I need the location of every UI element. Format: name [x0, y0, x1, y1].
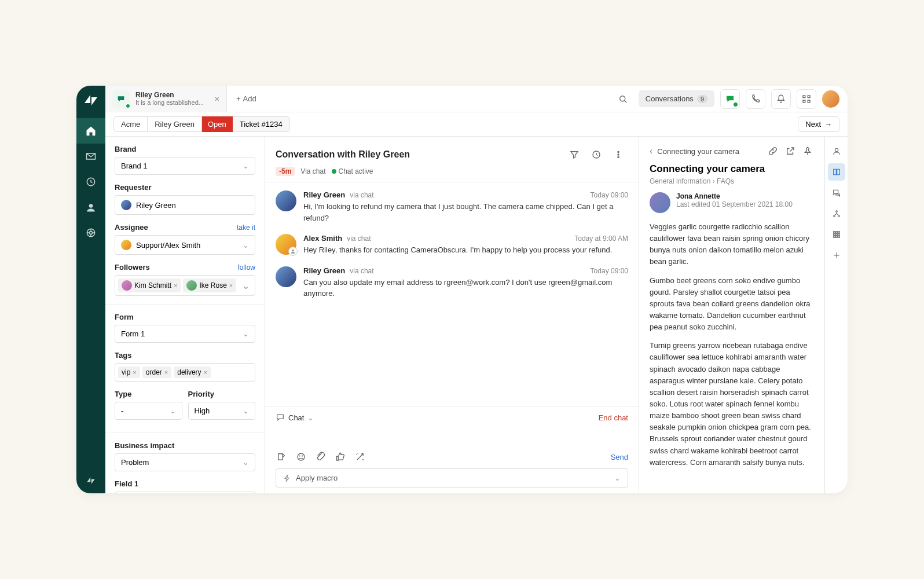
- svg-point-3: [89, 204, 93, 208]
- svg-point-21: [835, 148, 838, 151]
- author-avatar: [650, 192, 670, 213]
- emoji-icon[interactable]: [295, 451, 307, 463]
- back-icon[interactable]: ‹: [650, 146, 652, 156]
- chevron-down-icon: ⌄: [170, 406, 176, 415]
- svg-rect-12: [808, 100, 810, 102]
- message: Riley Green via chat Today 09:00 Hi, I'm…: [276, 190, 628, 223]
- apps-grid-icon[interactable]: [797, 89, 816, 109]
- nav-zendesk-icon[interactable]: [76, 468, 105, 493]
- end-chat-button[interactable]: End chat: [599, 413, 628, 422]
- attachment-icon[interactable]: [315, 451, 327, 463]
- top-bar: Riley Green It is a long established... …: [105, 86, 848, 112]
- chevron-down-icon: ⌄: [243, 162, 249, 170]
- filter-icon[interactable]: [564, 145, 584, 164]
- external-link-icon[interactable]: [784, 145, 797, 157]
- nav-help-icon[interactable]: [76, 220, 105, 245]
- svg-rect-33: [838, 236, 839, 238]
- message-via: via chat: [347, 234, 371, 243]
- chat-icon: [112, 90, 130, 108]
- pin-icon[interactable]: [801, 145, 814, 157]
- conversations-button[interactable]: Conversations 9: [639, 90, 714, 107]
- tag-chip: order×: [142, 367, 171, 378]
- requester-select[interactable]: Riley Green: [115, 195, 255, 215]
- remove-icon[interactable]: ×: [164, 369, 168, 376]
- history-icon[interactable]: [586, 145, 606, 164]
- chat-status-indicator[interactable]: [720, 89, 740, 109]
- svg-rect-26: [835, 232, 837, 233]
- message-time: Today at 9:00 AM: [574, 234, 628, 243]
- composer: Chat ⌄ End chat Send: [265, 406, 639, 493]
- magic-wand-icon[interactable]: [354, 451, 366, 463]
- follow-link[interactable]: follow: [237, 263, 255, 272]
- follower-chip: Ike Rose×: [183, 278, 236, 292]
- business-impact-select[interactable]: Problem⌄: [115, 453, 255, 471]
- svg-marker-0: [85, 95, 90, 103]
- take-it-link[interactable]: take it: [237, 223, 255, 232]
- link-icon[interactable]: [767, 145, 779, 157]
- svg-point-23: [833, 215, 835, 217]
- breadcrumb-requester[interactable]: Riley Green: [148, 116, 202, 132]
- remove-icon[interactable]: ×: [204, 369, 207, 376]
- svg-rect-10: [808, 96, 810, 98]
- remove-icon[interactable]: ×: [174, 282, 177, 289]
- bell-icon[interactable]: [771, 89, 791, 109]
- form-label: Form: [115, 313, 255, 321]
- field1-select[interactable]: -⌄: [115, 492, 255, 493]
- via-label: Via chat: [300, 167, 325, 175]
- more-icon[interactable]: [608, 145, 628, 164]
- followers-input[interactable]: Kim Schmitt× Ike Rose× ⌄: [115, 275, 255, 296]
- remove-icon[interactable]: ×: [133, 369, 136, 376]
- context-hierarchy-icon[interactable]: [828, 205, 845, 222]
- text-format-icon[interactable]: [276, 451, 287, 463]
- chat-online-dot: [734, 102, 738, 107]
- thumbs-up-icon[interactable]: [335, 451, 346, 463]
- brand-select[interactable]: Brand 1⌄: [115, 157, 255, 175]
- form-select[interactable]: Form 1⌄: [115, 325, 255, 343]
- message-author: Alex Smith: [303, 234, 342, 243]
- close-icon[interactable]: ×: [215, 94, 219, 104]
- svg-marker-6: [87, 477, 90, 482]
- breadcrumb-org[interactable]: Acme: [113, 116, 148, 132]
- message-text: Hi, I'm looking to refund my camera that…: [303, 201, 628, 223]
- search-icon[interactable]: [613, 89, 633, 109]
- svg-rect-27: [838, 232, 839, 233]
- context-apps-icon[interactable]: [828, 226, 845, 243]
- assignee-label: Assignee: [115, 223, 148, 232]
- business-impact-label: Business impact: [115, 441, 255, 450]
- message-time: Today 09:00: [591, 191, 628, 199]
- chevron-down-icon: ⌄: [243, 241, 249, 250]
- user-avatar[interactable]: [822, 90, 839, 108]
- context-chat-icon[interactable]: [828, 184, 845, 201]
- phone-icon[interactable]: [746, 89, 765, 109]
- assignee-select[interactable]: Support/Alex Smith⌄: [115, 235, 255, 255]
- nav-clock-icon[interactable]: [76, 169, 105, 195]
- breadcrumb-bar: Acme Riley Green Open Ticket #1234 Next …: [105, 112, 848, 137]
- channel-selector[interactable]: Chat ⌄: [276, 413, 314, 422]
- apply-macro-button[interactable]: Apply macro ⌄: [276, 468, 628, 488]
- nav-home-icon[interactable]: [76, 118, 105, 144]
- remove-icon[interactable]: ×: [229, 282, 233, 289]
- nav-mail-icon[interactable]: [76, 144, 105, 169]
- ticket-tab[interactable]: Riley Green It is a long established... …: [105, 86, 227, 112]
- add-tab-button[interactable]: +Add: [227, 94, 266, 103]
- edited-date: Last edited 01 September 2021 18:00: [676, 200, 793, 208]
- message-via: via chat: [350, 267, 373, 275]
- type-select[interactable]: -⌄: [115, 402, 182, 420]
- next-button[interactable]: Next →: [798, 116, 839, 132]
- svg-point-16: [618, 156, 619, 157]
- svg-rect-29: [835, 234, 837, 236]
- tags-input[interactable]: vip× order× delivery×: [115, 363, 255, 382]
- nav-user-icon[interactable]: [76, 195, 105, 220]
- ticket-form-panel: Brand Brand 1⌄ Requester Riley Green Ass…: [105, 137, 265, 493]
- article-body: Veggies garlic courgette radicchio scall…: [650, 221, 814, 475]
- svg-rect-32: [835, 236, 837, 238]
- kb-nav-title: Connecting your camera: [657, 147, 762, 156]
- context-add-icon[interactable]: [828, 247, 845, 264]
- context-user-icon[interactable]: [828, 142, 845, 160]
- priority-select[interactable]: High⌄: [188, 402, 256, 420]
- avatar: [186, 280, 197, 291]
- context-knowledge-icon[interactable]: [828, 163, 845, 181]
- svg-point-24: [838, 215, 839, 217]
- send-button[interactable]: Send: [611, 453, 628, 461]
- chevron-down-icon: ⌄: [243, 406, 249, 415]
